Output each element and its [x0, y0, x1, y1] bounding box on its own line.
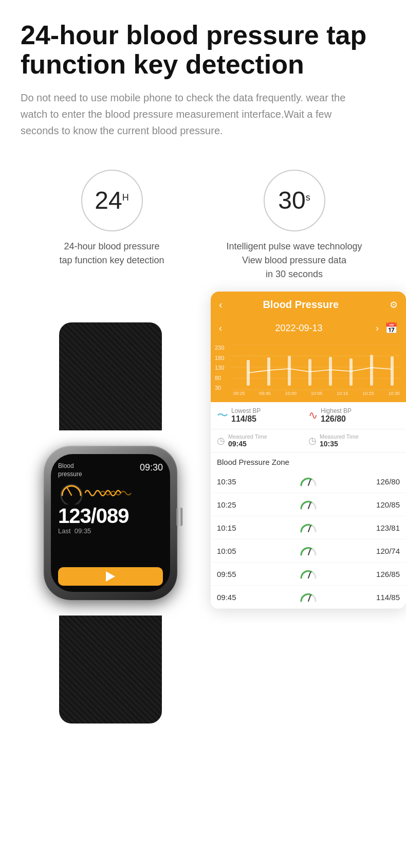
date-prev-button[interactable]: ‹: [219, 323, 222, 334]
svg-rect-14: [391, 356, 394, 386]
chart-time-5: 10:15: [337, 391, 348, 396]
bp-time-5: 09:45: [217, 593, 253, 602]
svg-line-15: [308, 480, 310, 485]
chart-time-1: 09:25: [233, 391, 245, 396]
chart-label-80: 80: [215, 375, 224, 381]
chart-time-2: 09:45: [259, 391, 271, 396]
lowest-bp-label: Lowest BP: [231, 407, 261, 414]
app-title: Blood Pressure: [216, 299, 385, 311]
app-panel: ‹ Blood Pressure ⚙ ‹ 2022-09-13 › 📅 230 …: [211, 292, 406, 609]
bp-value-4: 126/85: [364, 570, 400, 578]
watch-gauge-svg: [58, 482, 85, 504]
highest-bp-info: Highest BP 126/80: [321, 407, 352, 424]
bp-row-3: 10:05 120/74: [211, 539, 406, 563]
settings-icon[interactable]: ⚙: [390, 299, 398, 311]
highest-bp-label: Highest BP: [321, 407, 352, 414]
chart-y-labels: 230 180 130 80 30: [215, 345, 224, 391]
bp-time-2: 10:15: [217, 523, 253, 532]
bp-time-4: 09:55: [217, 570, 253, 578]
clock-icon-1: ◷: [217, 435, 225, 446]
chart-label-180: 180: [215, 355, 224, 361]
chart-time-3: 10:00: [285, 391, 297, 396]
bp-row-5: 09:45 114/85: [211, 586, 406, 609]
icon-label-24h: 24-hour blood pressuretap function key d…: [59, 240, 164, 267]
watch-play-button[interactable]: [58, 567, 163, 586]
svg-line-20: [308, 595, 310, 601]
measured-time-2-info: Measured Time 10:35: [320, 433, 359, 448]
watch-gauge-row: [58, 482, 163, 504]
icons-row: 24 H 24-hour blood pressuretap function …: [0, 149, 406, 292]
chart-time-4: 10:05: [311, 391, 323, 396]
strap-bottom: [59, 616, 162, 724]
bp-time-1: 10:25: [217, 500, 253, 509]
icon-number-30: 30: [278, 188, 305, 213]
bp-gauge-1: [253, 498, 364, 511]
chart-svg-area: [231, 345, 402, 391]
watch-case: Blood pressure 09:30: [44, 446, 177, 600]
app-date-row: ‹ 2022-09-13 › 📅: [211, 318, 406, 340]
chart-label-230: 230: [215, 345, 224, 351]
watch-time: 09:30: [140, 462, 163, 473]
icon-unit-s: s: [306, 192, 310, 203]
watch-reading: 123/089: [58, 505, 163, 526]
watch-bp-label: Blood pressure: [58, 462, 82, 478]
highest-bp-block: ∿ Highest BP 126/80: [308, 407, 400, 424]
svg-rect-8: [267, 357, 270, 386]
measured-time-2-block: ◷ Measured Time 10:35: [308, 433, 400, 448]
measured-time-1-block: ◷ Measured Time 09:45: [217, 433, 308, 448]
lowest-bp-block: 〜 Lowest BP 114/85: [217, 407, 308, 424]
header-section: 24-hour blood pressure tap function key …: [0, 0, 406, 149]
bp-row-4: 09:55 126/85: [211, 563, 406, 586]
svg-line-18: [308, 549, 310, 555]
bp-value-5: 114/85: [364, 593, 400, 602]
lowest-bp-info: Lowest BP 114/85: [231, 407, 261, 424]
chart-time-6: 10:25: [362, 391, 374, 396]
measured-time-label-2: Measured Time: [320, 433, 359, 440]
watch-crown: [176, 508, 182, 526]
chart-label-130: 130: [215, 365, 224, 371]
low-wave-icon: 〜: [217, 408, 228, 423]
chart-svg: [231, 345, 401, 391]
icon-unit-h: H: [122, 192, 129, 203]
measured-time-1-info: Measured Time 09:45: [228, 433, 267, 448]
chart-label-30: 30: [215, 385, 224, 391]
icon-number-24: 24: [95, 188, 122, 213]
bp-time-0: 10:35: [217, 477, 253, 486]
svg-line-1: [67, 488, 71, 495]
app-date-text: 2022-09-13: [228, 323, 370, 334]
svg-rect-9: [288, 356, 291, 386]
watch-top-row: Blood pressure 09:30: [58, 462, 163, 478]
app-zone-header: Blood Pressure Zone: [211, 453, 406, 470]
bp-row-0: 10:35 126/80: [211, 470, 406, 493]
svg-rect-12: [349, 358, 353, 386]
bp-row-1: 10:25 120/85: [211, 493, 406, 516]
app-time-row: ◷ Measured Time 09:45 ◷ Measured Time 10…: [211, 429, 406, 453]
circle-24h: 24 H: [81, 170, 143, 231]
circle-30s: 30 s: [264, 170, 325, 231]
high-wave-icon: ∿: [308, 409, 318, 422]
calendar-icon[interactable]: 📅: [385, 322, 398, 334]
highest-bp-value: 126/80: [321, 414, 352, 424]
zone-label: Blood Pressure Zone: [217, 458, 289, 466]
svg-line-16: [308, 503, 310, 509]
bp-gauge-2: [253, 521, 364, 534]
chart-time-7: 10:35: [388, 391, 400, 396]
svg-line-19: [308, 572, 310, 578]
icon-label-30s: Intelligent pulse wave technologyView bl…: [226, 240, 362, 281]
svg-rect-13: [370, 355, 373, 386]
measured-time-value-1: 09:45: [228, 440, 267, 448]
bp-list: 10:35 126/80 10:25 120/85 10:15 123/81: [211, 470, 406, 609]
icon-block-24h: 24 H 24-hour blood pressuretap function …: [21, 170, 203, 267]
date-next-button[interactable]: ›: [376, 323, 379, 334]
watch-last: Last 09:35: [58, 527, 163, 535]
bp-time-3: 10:05: [217, 547, 253, 555]
strap-top: [59, 322, 162, 430]
play-icon: [106, 571, 115, 582]
app-header: ‹ Blood Pressure ⚙: [211, 292, 406, 318]
bp-gauge-0: [253, 475, 364, 487]
lowest-bp-value: 114/85: [231, 414, 261, 424]
icon-block-30s: 30 s Intelligent pulse wave technologyVi…: [203, 170, 385, 281]
bp-value-3: 120/74: [364, 547, 400, 555]
watch-container: Blood pressure 09:30: [0, 302, 221, 734]
main-content: Blood pressure 09:30: [0, 292, 406, 754]
